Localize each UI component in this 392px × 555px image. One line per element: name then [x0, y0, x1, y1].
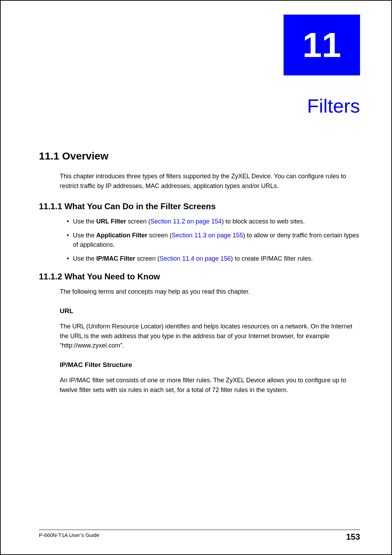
- footer-divider: [39, 530, 360, 530]
- cross-ref-link[interactable]: Section 11.2 on page 154: [150, 218, 222, 225]
- need-to-know-intro: The following terms and concepts may hel…: [60, 287, 360, 297]
- bullet-pre: Use the: [73, 218, 96, 225]
- guide-title: P-660N-T1A User’s Guide: [39, 532, 99, 542]
- bullet-bold: IP/MAC Filter: [96, 255, 135, 262]
- sub-heading-url: URL: [60, 307, 360, 315]
- bullet-pre: Use the: [73, 255, 96, 262]
- chapter-title: Filters: [307, 95, 360, 117]
- section-heading-what-you-can-do: 11.1.1 What You Can Do in the Filter Scr…: [39, 202, 360, 211]
- bullet-mid: screen (: [147, 232, 172, 239]
- section-heading-need-to-know: 11.1.2 What You Need to Know: [39, 272, 360, 281]
- page-footer: P-660N-T1A User’s Guide 153: [1, 530, 391, 542]
- cross-ref-link[interactable]: Section 11.3 on page 155: [172, 232, 243, 239]
- bullet-post: ) to create IP/MAC filter rules.: [231, 255, 313, 262]
- overview-body: This chapter introduces three types of f…: [60, 172, 360, 191]
- footer-content: P-660N-T1A User’s Guide 153: [39, 532, 360, 542]
- bullet-pre: Use the: [73, 232, 96, 239]
- bullet-bold: URL Filter: [96, 218, 126, 225]
- chapter-label: C H A P T E R: [60, 51, 163, 55]
- bullet-post: ) to block access to web sites.: [222, 218, 305, 225]
- list-item: Use the URL Filter screen (Section 11.2 …: [67, 217, 360, 226]
- list-item: Use the IP/MAC Filter screen (Section 11…: [67, 254, 360, 263]
- sub-heading-ipmac: IP/MAC Filter Structure: [60, 361, 360, 369]
- bullet-mid: screen (: [126, 218, 150, 225]
- chapter-number: 11: [302, 25, 341, 65]
- document-page: C H A P T E R 11 Filters 11.1 Overview T…: [0, 0, 392, 555]
- page-content: 11.1 Overview This chapter introduces th…: [39, 150, 360, 406]
- url-body: The URL (Uniform Resource Locator) ident…: [60, 322, 360, 351]
- ipmac-body: An IP/MAC filter set consists of one or …: [60, 376, 360, 395]
- list-item: Use the Application Filter screen (Secti…: [67, 231, 360, 250]
- cross-ref-link[interactable]: Section 11.4 on page 156: [160, 255, 231, 262]
- bullet-mid: screen (: [135, 255, 160, 262]
- page-number: 153: [346, 532, 360, 542]
- bullet-bold: Application Filter: [96, 232, 147, 239]
- section-heading-overview: 11.1 Overview: [39, 150, 360, 162]
- bullet-list: Use the URL Filter screen (Section 11.2 …: [67, 217, 360, 263]
- chapter-number-box: 11: [284, 15, 360, 75]
